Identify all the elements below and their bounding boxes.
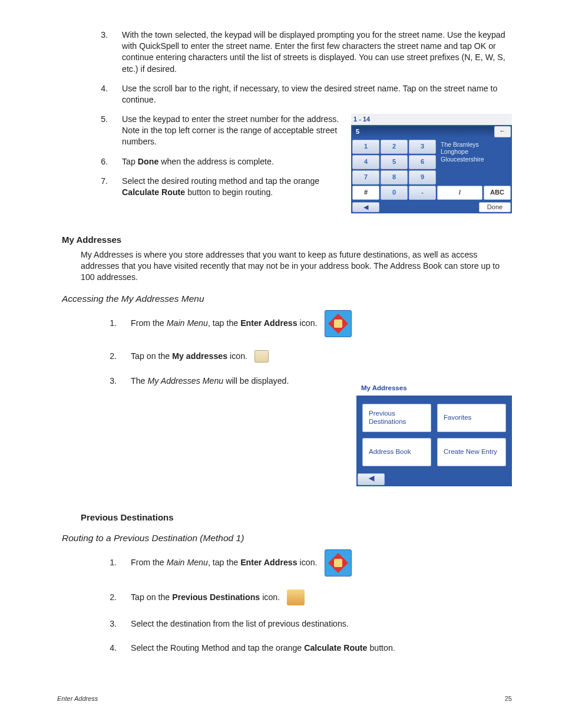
address-line-1: The Bramleys <box>441 141 507 149</box>
steps-continued: With the town selected, the keypad will … <box>57 29 512 198</box>
step-5-text: Use the keypad to enter the street numbe… <box>122 114 339 146</box>
step-4-text: Use the scroll bar to the right, if nece… <box>122 84 497 104</box>
keypad-bottom-bar: ◀ Done <box>351 201 512 213</box>
key-2[interactable]: 2 <box>381 140 408 154</box>
r4-b: Calculate Route <box>304 643 367 653</box>
routing-step-2: Tap on the Previous Destinations icon. <box>119 589 512 605</box>
step-4: Use the scroll bar to the right, if nece… <box>110 83 512 106</box>
r3-text: Select the destination from the list of … <box>131 619 349 628</box>
key-7[interactable]: 7 <box>352 170 379 185</box>
menu-favorites[interactable]: Favorites <box>437 404 506 432</box>
address-line-3: Gloucestershire <box>441 156 507 163</box>
page-footer: Enter Address 25 <box>57 695 512 702</box>
footer-page-number: 25 <box>505 695 512 702</box>
routing-steps: From the Main Menu, tap the Enter Addres… <box>57 549 512 654</box>
key-dash[interactable]: - <box>409 186 436 200</box>
key-6[interactable]: 6 <box>409 155 436 169</box>
routing-step-3: Select the destination from the list of … <box>119 618 512 630</box>
keypad-input-row: 5 ← <box>351 125 512 139</box>
backspace-button[interactable]: ← <box>494 126 511 137</box>
step-6-c: when the address is complete. <box>158 157 274 166</box>
enter-address-icon <box>325 310 352 337</box>
enter-address-icon-2 <box>325 549 352 577</box>
key-0[interactable]: 0 <box>381 186 408 200</box>
a1-e: icon. <box>297 318 318 328</box>
r1-e: icon. <box>297 558 318 567</box>
key-3[interactable]: 3 <box>409 140 436 154</box>
menu-title: My Addresses <box>356 381 512 396</box>
keypad-range: 1 - 14 <box>351 114 512 125</box>
step-3: With the town selected, the keypad will … <box>110 29 512 75</box>
r4-c: button. <box>367 643 395 653</box>
spacer <box>381 202 478 212</box>
address-line-2: Longhope <box>441 148 507 156</box>
keypad-grid: 1 2 3 The Bramleys Longhope Gloucestersh… <box>351 139 512 201</box>
key-1[interactable]: 1 <box>352 140 379 154</box>
keypad-address-preview: The Bramleys Longhope Gloucestershire <box>437 140 511 185</box>
key-4[interactable]: 4 <box>352 155 379 169</box>
a3-b: My Addresses Menu <box>147 376 223 386</box>
a1-b: Main Menu <box>167 318 208 328</box>
key-9[interactable]: 9 <box>409 170 436 185</box>
r2-a: Tap on the <box>131 592 172 602</box>
menu-create-new-entry[interactable]: Create New Entry <box>437 438 506 466</box>
keypad-screenshot: 1 - 14 5 ← 1 2 3 The Bramleys Longhope G… <box>351 114 512 213</box>
keypad-input-value[interactable]: 5 <box>352 126 494 137</box>
routing-step-1: From the Main Menu, tap the Enter Addres… <box>119 549 512 577</box>
r1-c: , tap the <box>208 558 240 567</box>
a2-a: Tap on the <box>131 351 172 361</box>
access-step-3: My Addresses Previous Destinations Favor… <box>119 375 512 387</box>
previous-destinations-heading: Previous Destinations <box>81 512 512 522</box>
step-6-done: Done <box>138 157 158 166</box>
r4-a: Select the Routing Method and tap the or… <box>131 643 304 653</box>
accessing-subheading: Accessing the My Addresses Menu <box>62 294 512 304</box>
a3-a: The <box>131 376 147 386</box>
r1-b: Main Menu <box>167 558 208 567</box>
key-hash[interactable]: # <box>352 186 379 200</box>
key-5[interactable]: 5 <box>381 155 408 169</box>
a2-b: My addresses <box>172 351 227 361</box>
menu-bottom-bar: ◀ <box>356 472 512 486</box>
a2-c: icon. <box>227 351 247 361</box>
my-addresses-heading: My Addresses <box>62 235 512 245</box>
r2-c: icon. <box>260 592 280 602</box>
footer-section: Enter Address <box>57 695 98 702</box>
step-3-text: With the town selected, the keypad will … <box>122 30 505 74</box>
access-step-2: Tap on the My addresses icon. <box>119 350 512 363</box>
previous-destinations-icon <box>287 589 305 605</box>
r1-d: Enter Address <box>240 558 297 567</box>
accessing-steps: From the Main Menu, tap the Enter Addres… <box>57 310 512 387</box>
key-slash[interactable]: / <box>437 186 482 200</box>
menu-address-book[interactable]: Address Book <box>362 438 431 466</box>
menu-previous-destinations[interactable]: Previous Destinations <box>362 404 431 432</box>
r2-b: Previous Destinations <box>172 592 260 602</box>
a1-d: Enter Address <box>240 318 297 328</box>
step-7-calc: Calculate Route <box>122 187 185 197</box>
routing-subheading: Routing to a Previous Destination (Metho… <box>62 533 512 543</box>
menu-back-nav[interactable]: ◀ <box>358 473 385 485</box>
step-6-a: Tap <box>122 157 138 166</box>
keypad-back-nav[interactable]: ◀ <box>352 202 379 212</box>
step-5: 1 - 14 5 ← 1 2 3 The Bramleys Longhope G… <box>110 114 512 148</box>
menu-buttons: Previous Destinations Favorites Address … <box>356 396 512 472</box>
my-addresses-icon <box>254 350 269 363</box>
r1-a: From the <box>131 558 167 567</box>
keypad-done-button[interactable]: Done <box>479 202 511 212</box>
a1-c: , tap the <box>208 318 240 328</box>
a1-a: From the <box>131 318 167 328</box>
routing-step-4: Select the Routing Method and tap the or… <box>119 643 512 654</box>
a3-c: will be displayed. <box>223 376 289 386</box>
my-addresses-body: My Addresses is where you store addresse… <box>81 249 510 284</box>
step-7-a: Select the desired routing method and ta… <box>122 176 319 186</box>
key-8[interactable]: 8 <box>381 170 408 185</box>
key-abc[interactable]: ABC <box>484 186 511 200</box>
step-7-c: button to begin routing. <box>185 187 273 197</box>
my-addresses-menu-screenshot: My Addresses Previous Destinations Favor… <box>356 381 512 486</box>
access-step-1: From the Main Menu, tap the Enter Addres… <box>119 310 512 337</box>
